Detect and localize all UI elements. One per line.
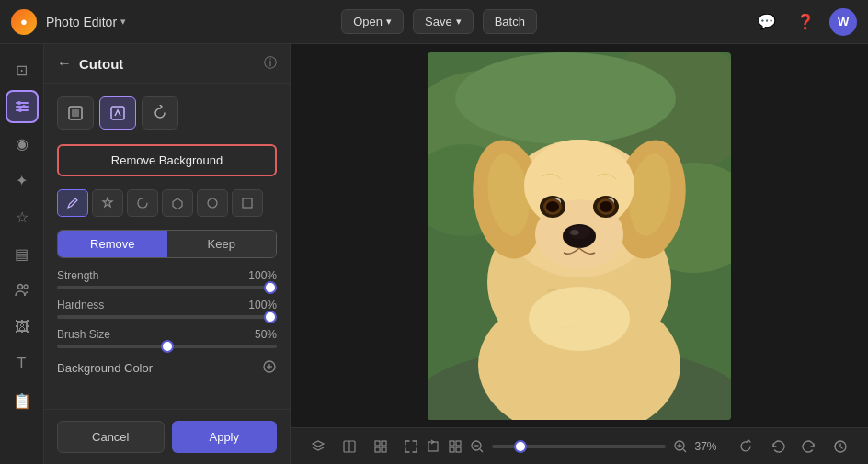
undo-btn[interactable]: [765, 434, 791, 459]
info-button[interactable]: ⓘ: [264, 55, 277, 72]
sidebar-item-overlays[interactable]: 📋: [6, 384, 39, 417]
chat-icon-button[interactable]: 💬: [752, 7, 782, 37]
canvas-image: [428, 52, 731, 420]
remove-background-button[interactable]: Remove Background: [57, 144, 277, 176]
bottom-left-tools: [305, 434, 394, 459]
bg-color-row: Background Color: [57, 359, 277, 377]
canvas-main: [291, 44, 868, 427]
remove-label: Remove: [90, 237, 134, 251]
remove-toggle-btn[interactable]: Remove: [58, 231, 167, 257]
app-title-chevron: ▾: [120, 16, 126, 28]
panel-header: ← Cutout ⓘ: [44, 44, 290, 84]
cancel-label: Cancel: [92, 430, 129, 444]
svg-rect-54: [456, 447, 461, 452]
svg-point-6: [17, 285, 22, 289]
save-button[interactable]: Save ▾: [413, 9, 474, 34]
rotate-btn[interactable]: [734, 434, 760, 459]
compare-btn[interactable]: [337, 434, 362, 459]
zoom-slider[interactable]: [492, 445, 666, 448]
svg-point-5: [18, 108, 22, 112]
panel-body: Remove Background: [44, 84, 290, 409]
hardness-value: 100%: [248, 299, 277, 311]
sidebar-item-magic[interactable]: ✦: [6, 164, 39, 197]
brush-magic-btn[interactable]: [92, 189, 123, 217]
brush-pencil-btn[interactable]: [57, 189, 88, 217]
sliders-section: Strength 100% Hardness 100% Brus: [57, 269, 277, 348]
layers-btn[interactable]: [305, 434, 331, 459]
panel-footer: Cancel Apply: [44, 409, 290, 464]
strength-slider-row: Strength 100%: [57, 269, 277, 289]
back-button[interactable]: ←: [57, 55, 72, 72]
strength-slider[interactable]: [57, 286, 277, 289]
svg-point-38: [546, 201, 559, 212]
svg-line-57: [480, 449, 483, 452]
svg-point-11: [208, 198, 217, 208]
arrange-btn[interactable]: [448, 434, 463, 459]
brush-rect-btn[interactable]: [232, 189, 263, 217]
brush-size-label: Brush Size: [57, 328, 110, 341]
app-title-button[interactable]: Photo Editor ▾: [46, 15, 126, 29]
redo-btn[interactable]: [796, 434, 822, 459]
svg-line-61: [683, 449, 686, 452]
brush-polygon-btn[interactable]: [162, 189, 193, 217]
fit-btn[interactable]: [404, 434, 418, 459]
zoom-level: 37%: [695, 440, 725, 453]
topbar: ● Photo Editor ▾ Open ▾ Save ▾ Batch 💬 ❓…: [0, 0, 868, 44]
cancel-button[interactable]: Cancel: [57, 421, 165, 453]
sidebar-item-effects[interactable]: ☆: [6, 200, 39, 233]
sidebar-item-view[interactable]: ◉: [6, 127, 39, 160]
svg-rect-53: [450, 447, 454, 452]
svg-rect-49: [382, 447, 386, 452]
sidebar-item-text[interactable]: T: [6, 347, 39, 380]
help-icon-button[interactable]: ❓: [791, 7, 820, 37]
svg-point-43: [529, 287, 630, 351]
cutout-refresh-btn[interactable]: [142, 96, 178, 130]
brush-size-slider[interactable]: [57, 345, 277, 348]
grid-btn[interactable]: [368, 434, 394, 459]
batch-button[interactable]: Batch: [483, 9, 537, 34]
bottom-center-tools: 37%: [404, 434, 725, 459]
svg-point-7: [24, 285, 28, 289]
keep-label: Keep: [208, 237, 235, 251]
brush-circle-btn[interactable]: [197, 189, 228, 217]
sidebar-item-gallery[interactable]: ⊡: [6, 53, 39, 86]
strength-value: 100%: [248, 269, 277, 282]
open-button[interactable]: Open ▾: [341, 9, 404, 34]
apply-button[interactable]: Apply: [172, 421, 278, 453]
brush-lasso-btn[interactable]: [127, 189, 158, 217]
zoom-out-btn[interactable]: [470, 434, 485, 459]
strength-label: Strength: [57, 269, 98, 282]
avatar: W: [829, 8, 857, 36]
zoom-in-btn[interactable]: [673, 434, 688, 459]
hardness-slider-row: Hardness 100%: [57, 299, 277, 319]
svg-rect-51: [450, 441, 454, 446]
tool-icons-row: [57, 96, 277, 130]
panel: ← Cutout ⓘ: [44, 44, 291, 464]
sidebar-item-templates[interactable]: 🖼: [6, 311, 39, 344]
open-label: Open: [353, 15, 383, 28]
svg-rect-9: [72, 109, 79, 117]
hardness-slider[interactable]: [57, 315, 277, 319]
sidebar-item-layers[interactable]: ▤: [6, 237, 39, 270]
svg-point-19: [455, 52, 676, 144]
bg-color-edit-btn[interactable]: [262, 359, 277, 377]
cutout-original-btn[interactable]: [57, 96, 94, 130]
svg-rect-52: [456, 441, 461, 446]
svg-rect-10: [111, 107, 124, 119]
sidebar-item-people[interactable]: [6, 274, 39, 307]
bg-color-label: Background Color: [57, 361, 153, 375]
app-title-label: Photo Editor: [46, 15, 117, 29]
brush-size-slider-row: Brush Size 50%: [57, 328, 277, 348]
svg-point-4: [22, 105, 26, 108]
remove-keep-toggle: Remove Keep: [57, 230, 277, 258]
sidebar-item-adjustments[interactable]: [6, 90, 39, 123]
panel-title: Cutout: [79, 56, 123, 72]
keep-toggle-btn[interactable]: Keep: [167, 231, 277, 257]
save-label: Save: [425, 15, 452, 28]
svg-point-3: [17, 101, 21, 105]
transform-btn[interactable]: [426, 434, 440, 459]
cutout-edit-btn[interactable]: [99, 96, 136, 130]
brush-tools-row: [57, 189, 277, 217]
svg-rect-47: [382, 441, 386, 446]
history-btn[interactable]: [828, 434, 853, 459]
